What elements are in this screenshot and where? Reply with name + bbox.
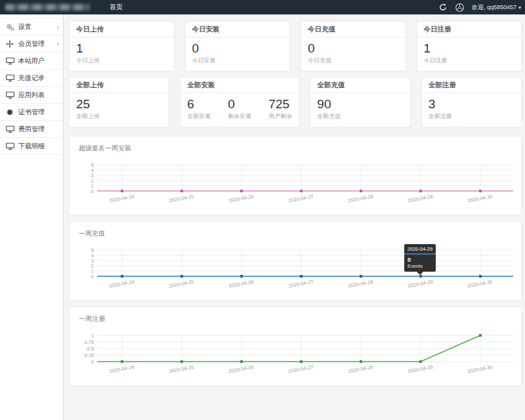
svg-text:2020-04-25: 2020-04-25 [169,279,194,289]
stat-card-today-recharge: 今日充值 0 今日充值 [301,21,406,72]
sidebar: 设置 › 会员管理 › 本站用户 充值记录 [0,14,64,420]
stat-card-total-registrations: 全部注册 3 全部注册 [421,77,522,127]
sidebar-item-label: 会员管理 [18,39,45,49]
stat-cards-row-2: 全部上传 25 全部上传 全部安装 6 全部安装 0 剩余安装 725 用户剩余 [69,77,522,127]
stat-label: 全部安装 [187,112,211,121]
svg-text:2020-04-25: 2020-04-25 [169,364,194,375]
chart-canvas[interactable]: 0123452020-04-242020-04-252020-04-262020… [77,159,513,207]
svg-text:2020-04-24: 2020-04-24 [109,364,135,375]
stat-label: 剩余安装 [228,112,251,121]
user-avatar-icon[interactable] [455,3,464,12]
desktop-icon [6,142,15,150]
stat-label: 全部充值 [317,112,341,121]
stat-card-today-uploads: 今日上传 1 今日上传 [69,21,175,72]
svg-text:2020-04-29: 2020-04-29 [408,194,433,204]
svg-text:0.75: 0.75 [84,339,94,345]
stat-value: 6 [187,98,211,112]
chart-title: 一周注册 [79,314,513,324]
stat-label: 今日注册 [424,56,448,65]
svg-text:1: 1 [91,332,94,338]
welcome-user-menu[interactable]: 欢迎, qq5850457 ▾ [472,3,521,12]
chart-panel-weekly-installs: 超级签名一周安装 0123452020-04-242020-04-252020-… [69,136,522,215]
svg-text:5: 5 [91,161,94,167]
desktop-icon [6,74,15,82]
sidebar-item-label: 充值记录 [18,74,45,83]
chart-canvas[interactable]: 00.250.50.7512020-04-242020-04-252020-04… [77,330,513,377]
chart-tooltip: 2020-04-29 0 Events [404,244,436,272]
stat-card-total-recharge: 全部充值 90 全部充值 [310,77,410,127]
svg-text:3: 3 [91,257,94,263]
nav-home-link[interactable]: 首页 [102,0,131,14]
sidebar-item-label: 证书管理 [18,108,45,117]
sidebar-item-settings[interactable]: 设置 › [0,18,63,35]
tooltip-label: Events [404,263,436,272]
card-header: 今日注册 [417,22,522,37]
stat-value: 0 [228,98,251,112]
chart-title: 一周充值 [79,229,513,238]
card-header: 今日安装 [186,22,290,37]
stat-label: 今日上传 [76,56,100,65]
sidebar-item-label: 下载明细 [18,142,45,151]
stat-value: 1 [424,42,448,56]
card-header: 今日充值 [301,22,406,37]
stat-value: 725 [268,98,292,112]
chevron-right-icon: › [57,24,59,31]
sidebar-item-app-list[interactable]: 应用列表 [0,87,63,104]
top-navbar: 首页 欢迎, qq5850457 ▾ [0,0,525,14]
sidebar-item-members[interactable]: 会员管理 › [0,35,63,52]
sidebar-item-label: 本站用户 [18,56,45,66]
desktop-icon [6,57,15,65]
sidebar-item-download-details[interactable]: 下载明细 [0,138,63,155]
tooltip-date: 2020-04-29 [404,244,436,255]
svg-text:0: 0 [91,273,94,279]
brand-area [0,4,102,10]
svg-text:2020-04-28: 2020-04-28 [348,279,373,289]
stat-card-today-registrations: 今日注册 1 今日注册 [417,21,522,72]
stat-value: 90 [317,98,341,112]
chart-panels: 超级签名一周安装 0123452020-04-242020-04-252020-… [69,136,522,386]
svg-text:3: 3 [91,172,94,178]
svg-text:2: 2 [91,262,94,268]
card-header: 全部注册 [422,77,521,93]
svg-text:5: 5 [91,247,94,253]
desktop-icon [6,91,15,99]
sidebar-item-fees[interactable]: 费用管理 [0,121,63,138]
stat-label: 全部上传 [76,112,100,121]
stat-cards-row-1: 今日上传 1 今日上传 今日安装 0 今日安装 今日充值 0 今日充值 今日注册… [69,21,522,72]
card-header: 今日上传 [70,22,174,37]
sidebar-item-label: 费用管理 [18,125,45,134]
stat-value: 0 [192,42,216,56]
svg-text:2020-04-28: 2020-04-28 [348,194,373,204]
svg-text:2020-04-26: 2020-04-26 [228,194,254,204]
sidebar-item-certificates[interactable]: 证书管理 [0,104,63,121]
chart-panel-weekly-registrations: 一周注册 00.250.50.7512020-04-242020-04-2520… [69,306,522,386]
svg-text:2020-04-27: 2020-04-27 [288,364,314,375]
stat-card-today-installs: 今日安装 0 今日安装 [185,21,291,72]
svg-text:0: 0 [91,188,94,194]
svg-text:1: 1 [91,268,94,274]
svg-text:2020-04-28: 2020-04-28 [348,364,373,375]
svg-text:1: 1 [91,182,94,188]
svg-text:0.5: 0.5 [87,345,94,351]
chart-canvas[interactable]: 0123452020-04-242020-04-252020-04-262020… [77,245,513,292]
sidebar-item-recharge-records[interactable]: 充值记录 [0,70,63,87]
stat-label: 用户剩余 [268,112,292,121]
svg-text:4: 4 [91,252,94,258]
stat-value: 1 [76,42,100,56]
welcome-text: 欢迎, qq5850457 [472,3,516,12]
sidebar-item-site-users[interactable]: 本站用户 [0,52,63,70]
stat-value: 25 [76,98,100,112]
refresh-icon[interactable] [439,3,448,12]
card-header: 全部安装 [180,77,299,93]
sidebar-item-label: 应用列表 [18,91,45,100]
svg-text:2020-04-30: 2020-04-30 [467,194,493,204]
svg-text:2: 2 [91,177,94,183]
tooltip-value: 0 [404,255,436,263]
cogs-icon [6,23,15,31]
brand-logo-blurred[interactable] [5,4,89,10]
chevron-right-icon: › [57,40,59,47]
stat-value: 0 [308,42,331,56]
main-content: 今日上传 1 今日上传 今日安装 0 今日安装 今日充值 0 今日充值 今日注册… [64,0,525,386]
svg-text:2020-04-24: 2020-04-24 [109,194,135,204]
svg-text:2020-04-24: 2020-04-24 [109,279,135,289]
